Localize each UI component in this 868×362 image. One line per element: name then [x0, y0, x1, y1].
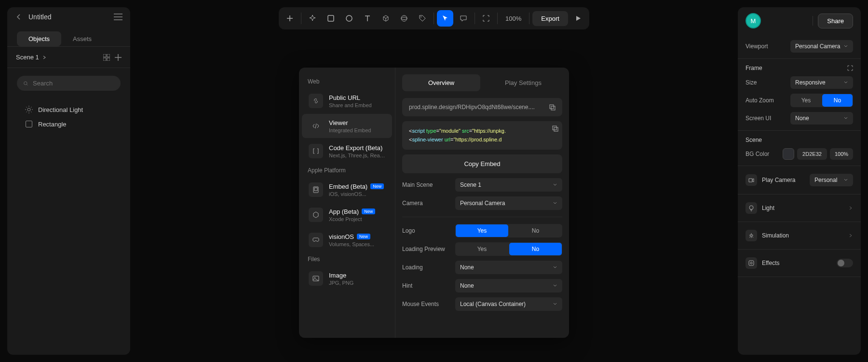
simulation-section[interactable]: Simulation: [738, 222, 861, 250]
auto-zoom-yes[interactable]: Yes: [791, 94, 821, 107]
cube-tool[interactable]: [378, 10, 394, 27]
svg-point-8: [401, 15, 407, 21]
share-button[interactable]: Share: [818, 14, 853, 28]
loading-dropdown[interactable]: None: [455, 261, 562, 274]
rectangle-icon: [25, 120, 33, 128]
project-title[interactable]: Untitled: [28, 13, 108, 21]
layer-item-rectangle[interactable]: Rectangle: [17, 117, 121, 131]
focus-tool[interactable]: [478, 10, 494, 27]
expand-icon[interactable]: [847, 65, 853, 71]
add-scene-icon[interactable]: [115, 54, 122, 61]
light-icon: [25, 105, 33, 114]
hint-dropdown[interactable]: None: [455, 279, 562, 292]
tag-tool[interactable]: [414, 10, 431, 27]
label: Loading Preview: [402, 246, 450, 252]
effects-toggle[interactable]: [837, 259, 853, 267]
effects-icon: [746, 257, 757, 269]
scene-label[interactable]: Scene 1: [16, 54, 47, 61]
camera-icon: [746, 174, 757, 186]
simulation-icon: [746, 230, 757, 241]
ai-tool[interactable]: [304, 10, 321, 27]
item-title: Embed (Beta) New: [329, 183, 384, 190]
svg-point-4: [24, 82, 27, 84]
chevron-down-icon: [843, 178, 848, 182]
simulation-label: Simulation: [762, 232, 789, 239]
copy-embed-button[interactable]: Copy Embed: [402, 154, 562, 173]
circle-tool[interactable]: [341, 10, 357, 27]
copy-code-icon[interactable]: [552, 125, 558, 132]
text-tool[interactable]: [359, 10, 376, 27]
export-item-embed-beta[interactable]: Embed (Beta) New iOS, visionOS...: [302, 178, 392, 202]
svg-rect-17: [553, 126, 556, 130]
left-panel: Untitled Objects Assets Scene 1: [7, 7, 130, 355]
tab-objects[interactable]: Objects: [17, 31, 61, 46]
avatar[interactable]: M: [746, 13, 761, 28]
loading-preview-yes[interactable]: Yes: [456, 243, 508, 255]
tab-assets[interactable]: Assets: [61, 31, 103, 46]
modal-tabs: Overview Play Settings: [395, 68, 569, 91]
add-tool[interactable]: [282, 10, 298, 27]
grid-view-icon[interactable]: [103, 54, 110, 61]
svg-rect-15: [550, 105, 554, 109]
item-title: Image: [329, 272, 353, 279]
auto-zoom-no[interactable]: No: [822, 94, 853, 107]
zoom-level[interactable]: 100%: [501, 15, 526, 22]
rectangle-tool[interactable]: [323, 10, 339, 27]
copy-url-icon[interactable]: [549, 104, 556, 111]
divider: [497, 13, 498, 24]
play-camera-select[interactable]: Personal: [810, 174, 853, 186]
bg-color-opacity-input[interactable]: [830, 148, 853, 160]
right-panel: M Share Viewport Personal Camera Frame S…: [738, 7, 861, 355]
menu-icon[interactable]: [114, 14, 122, 20]
export-item-code-export[interactable]: Code Export (Beta) Next.js, Three.js, Re…: [302, 139, 392, 163]
section-apple: Apple Platform: [299, 164, 395, 177]
export-item-public-url[interactable]: Public URL Share and Embed: [302, 89, 392, 113]
chevron-down-icon: [553, 182, 557, 187]
main-scene-dropdown[interactable]: Scene 1: [455, 178, 562, 192]
svg-point-10: [420, 16, 421, 17]
svg-rect-3: [107, 58, 110, 61]
export-item-app-beta[interactable]: App (Beta) New Xcode Project: [302, 203, 392, 227]
effects-section: Effects: [738, 250, 861, 277]
comment-tool[interactable]: [455, 10, 472, 27]
export-item-image[interactable]: Image JPG, PNG: [302, 266, 392, 291]
sphere-tool[interactable]: [396, 10, 412, 27]
logo-no[interactable]: No: [509, 224, 562, 237]
scene-selector-row: Scene 1: [7, 47, 130, 68]
mouse-events-dropdown[interactable]: Local (Canvas Container): [455, 297, 562, 311]
modal-tab-overview[interactable]: Overview: [402, 74, 480, 91]
chevron-down-icon: [843, 116, 848, 121]
size-select[interactable]: Responsive: [790, 76, 853, 89]
search-box[interactable]: [17, 76, 121, 91]
pointer-tool[interactable]: [437, 10, 453, 27]
loading-preview-no[interactable]: No: [509, 243, 562, 255]
left-tab-row: Objects Assets: [7, 27, 130, 47]
export-button[interactable]: Export: [532, 11, 568, 26]
viewport-select[interactable]: Personal Camera: [790, 40, 853, 53]
goggles-icon: [309, 233, 323, 247]
svg-rect-2: [103, 58, 106, 61]
scene-title: Scene: [746, 137, 762, 143]
modal-tab-play-settings[interactable]: Play Settings: [484, 74, 562, 91]
bg-color-swatch[interactable]: [783, 148, 794, 160]
frame-section: Frame Size Responsive Auto Zoom Yes No S…: [738, 59, 861, 131]
device-icon: [309, 182, 323, 197]
screen-ui-select[interactable]: None: [790, 112, 853, 125]
bg-color-label: BG Color: [746, 151, 769, 157]
bg-color-hex-input[interactable]: [797, 148, 827, 160]
item-sub: Next.js, Three.js, React...: [329, 153, 385, 158]
export-item-viewer[interactable]: Viewer Integrated Embed: [302, 114, 392, 138]
camera-dropdown[interactable]: Personal Camera: [455, 196, 562, 210]
export-modal-main: Overview Play Settings prod.spline.desig…: [395, 68, 569, 338]
play-button[interactable]: [570, 10, 586, 27]
layer-item-directional-light[interactable]: Directional Light: [17, 102, 121, 117]
export-item-visionos[interactable]: visionOS New Volumes, Spaces...: [302, 228, 392, 252]
canvas-area[interactable]: 100% Export Web Public URL Share and Emb…: [130, 0, 738, 362]
back-arrow-icon[interactable]: [15, 13, 23, 21]
url-text: prod.spline.design/RDHipvO8qdNt68we/scen…: [409, 104, 535, 111]
setting-loading: Loading None: [402, 261, 562, 274]
light-section[interactable]: Light: [738, 195, 861, 222]
search-input[interactable]: [33, 80, 114, 87]
svg-rect-1: [107, 54, 110, 57]
logo-yes[interactable]: Yes: [456, 224, 508, 237]
